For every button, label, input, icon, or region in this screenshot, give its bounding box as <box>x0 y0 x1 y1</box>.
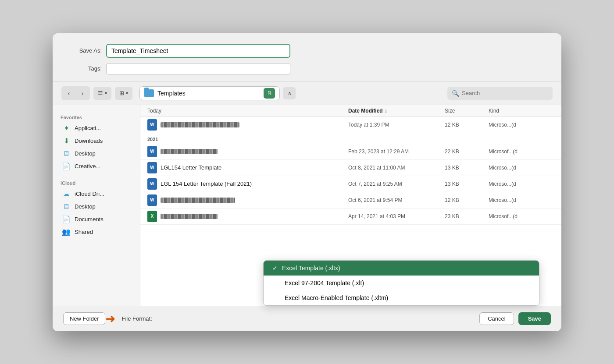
grid-view-chevron: ▾ <box>126 91 128 95</box>
file-format-dropdown: ✓ Excel Template (.xltx) Excel 97-2004 T… <box>263 260 539 306</box>
file-date: Feb 23, 2023 at 12:29 AM <box>348 148 445 155</box>
table-row[interactable]: X Apr 14, 2021 at 4:03 PM 23 KB Microsof… <box>140 209 561 225</box>
grid-view-button[interactable]: ⊞ ▾ <box>115 87 132 100</box>
check-icon: ✓ <box>272 265 278 272</box>
word-icon: W <box>147 178 157 190</box>
documents-icon: 📄 <box>62 216 70 223</box>
search-icon: 🔍 <box>452 90 459 97</box>
sidebar-label-applications: Applicati... <box>75 125 101 131</box>
save-as-input[interactable] <box>106 44 290 58</box>
icloud-label: iCloud <box>53 178 140 187</box>
table-row[interactable]: W Today at 1:39 PM 12 KB Microso...(d <box>140 117 561 133</box>
folder-sort-arrows[interactable]: ⇅ <box>264 88 275 99</box>
word-icon: W <box>147 194 157 206</box>
col-size: Size <box>445 108 489 114</box>
file-size: 22 KB <box>445 148 489 155</box>
sidebar-item-desktop-fav[interactable]: 🖥 Desktop <box>55 148 137 160</box>
creative-icon: 📄 <box>62 163 70 170</box>
sidebar-item-icloud-drive[interactable]: ☁ iCloud Dri... <box>55 188 137 200</box>
redacted-filename <box>161 149 218 154</box>
file-name-cell: W <box>147 119 348 131</box>
sidebar-item-icloud-desktop[interactable]: 🖥 Desktop <box>55 201 137 213</box>
list-icon: ☰ <box>98 90 103 96</box>
col-name: Today <box>147 108 348 114</box>
desktop-fav-icon: 🖥 <box>62 150 70 158</box>
sidebar-label-icloud-drive: iCloud Dri... <box>75 191 104 197</box>
dropdown-item-xlt[interactable]: Excel 97-2004 Template (.xlt) <box>264 276 539 290</box>
table-row[interactable]: W Oct 6, 2021 at 9:54 PM 12 KB Microso..… <box>140 192 561 209</box>
file-list-header: Today Date Modified ↓ Size Kind <box>140 105 561 117</box>
folder-breadcrumb[interactable]: Templates ⇅ <box>139 86 280 100</box>
redacted-filename <box>161 214 218 219</box>
new-folder-button[interactable]: New Folder <box>63 312 105 325</box>
icloud-desktop-icon: 🖥 <box>62 203 70 211</box>
downloads-icon: ⬇ <box>62 137 70 145</box>
file-date: Oct 8, 2021 at 11:00 AM <box>348 165 445 171</box>
nav-buttons: ‹ › <box>61 86 90 100</box>
file-kind: Microso...(d <box>489 197 554 203</box>
col-kind: Kind <box>489 108 554 114</box>
section-header-2021: 2021 <box>140 133 561 144</box>
save-button[interactable]: Save <box>518 312 551 325</box>
dropdown-item-xltx[interactable]: ✓ Excel Template (.xltx) <box>264 261 539 276</box>
forward-button[interactable]: › <box>76 87 89 99</box>
file-date: Oct 6, 2021 at 9:54 PM <box>348 197 445 203</box>
sidebar: Favorites ✦ Applicati... ⬇ Downloads 🖥 D… <box>53 105 140 306</box>
file-kind: Microso...(d <box>489 122 554 128</box>
file-name-text: LGL154 Letter Template <box>161 164 221 171</box>
favorites-label: Favorites <box>53 112 140 122</box>
file-name-cell: X <box>147 211 348 222</box>
file-name-text: LGL 154 Letter Template (Fall 2021) <box>161 180 252 187</box>
sidebar-item-downloads[interactable]: ⬇ Downloads <box>55 135 137 147</box>
file-kind: Microso...(d <box>489 165 554 171</box>
sidebar-item-applications[interactable]: ✦ Applicati... <box>55 122 137 134</box>
expand-button[interactable]: ∧ <box>283 87 296 99</box>
arrow-pointer-icon: ➜ <box>105 311 115 326</box>
list-view-chevron: ▾ <box>105 91 107 95</box>
file-name-cell: W <box>147 146 348 157</box>
tags-input[interactable] <box>106 63 290 74</box>
dropdown-item-label: Excel 97-2004 Template (.xlt) <box>285 279 364 286</box>
dropdown-item-xltm[interactable]: Excel Macro-Enabled Template (.xltm) <box>264 290 539 305</box>
word-icon: W <box>147 162 157 173</box>
file-size: 13 KB <box>445 165 489 171</box>
sidebar-item-creative[interactable]: 📄 Creative... <box>55 160 137 173</box>
table-row[interactable]: W LGL 154 Letter Template (Fall 2021) Oc… <box>140 176 561 192</box>
file-kind: Microso...(d <box>489 181 554 187</box>
list-view-button[interactable]: ☰ ▾ <box>93 87 111 100</box>
cancel-button[interactable]: Cancel <box>479 312 514 325</box>
sidebar-label-documents: Documents <box>75 216 104 223</box>
file-name-cell: W LGL 154 Letter Template (Fall 2021) <box>147 178 348 190</box>
table-row[interactable]: W Feb 23, 2023 at 12:29 AM 22 KB Microso… <box>140 144 561 160</box>
back-button[interactable]: ‹ <box>62 87 75 99</box>
sidebar-item-shared[interactable]: 👥 Shared <box>55 226 137 238</box>
table-row[interactable]: W LGL154 Letter Template Oct 8, 2021 at … <box>140 160 561 176</box>
search-box: 🔍 <box>447 87 553 100</box>
toolbar: ‹ › ☰ ▾ ⊞ ▾ Templates ⇅ ∧ 🔍 <box>53 82 561 105</box>
file-size: 13 KB <box>445 181 489 187</box>
col-date[interactable]: Date Modified ↓ <box>348 108 445 114</box>
sidebar-item-documents[interactable]: 📄 Documents <box>55 213 137 226</box>
redacted-filename <box>161 198 235 203</box>
sidebar-label-icloud-desktop: Desktop <box>75 203 96 210</box>
word-icon: W <box>147 146 157 157</box>
file-name-cell: W <box>147 194 348 206</box>
file-kind: Microsof...(d <box>489 148 554 155</box>
sidebar-label-creative: Creative... <box>75 163 100 170</box>
sidebar-label-shared: Shared <box>75 229 93 235</box>
dropdown-item-label: Excel Macro-Enabled Template (.xltm) <box>285 294 388 301</box>
sort-arrow: ↓ <box>385 108 387 114</box>
word-icon: W <box>147 119 157 131</box>
folder-icon <box>144 89 154 97</box>
sidebar-label-downloads: Downloads <box>75 138 103 144</box>
icloud-drive-icon: ☁ <box>62 190 70 198</box>
grid-icon: ⊞ <box>119 90 124 96</box>
tags-row: Tags: <box>67 63 547 74</box>
dialog-bottom: New Folder ➜ File Format: Cancel Save <box>53 306 561 331</box>
folder-name: Templates <box>157 90 260 97</box>
save-as-row: Save As: <box>67 44 547 58</box>
redacted-filename <box>161 122 239 127</box>
excel-icon: X <box>147 211 157 222</box>
search-input[interactable] <box>462 90 548 96</box>
file-size: 12 KB <box>445 122 489 128</box>
